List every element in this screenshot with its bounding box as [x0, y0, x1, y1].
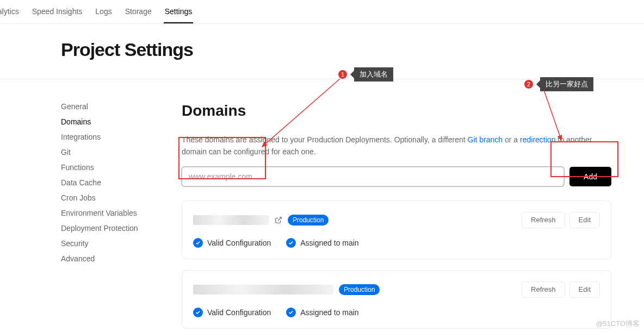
- domain-card: Production Refresh Edit Valid Configurat…: [182, 201, 611, 259]
- page-title-section: Project Settings: [0, 24, 644, 79]
- main-panel: Domains These domains are assigned to yo…: [182, 102, 611, 332]
- link-git-branch[interactable]: Git branch: [468, 135, 503, 144]
- sidebar-item-advanced[interactable]: Advanced: [61, 254, 182, 263]
- callout-number-icon: 2: [524, 80, 533, 89]
- domain-input[interactable]: [182, 167, 564, 186]
- sidebar-item-general[interactable]: General: [61, 102, 182, 111]
- card-header: Production Refresh Edit: [193, 212, 600, 228]
- domain-name-redacted: [193, 215, 269, 225]
- desc-prefix: These domains are assigned to your Produ…: [182, 135, 468, 144]
- add-button[interactable]: Add: [569, 167, 611, 186]
- check-label: Assigned to main: [300, 239, 358, 247]
- sidebar-item-data-cache[interactable]: Data Cache: [61, 178, 182, 187]
- check-assigned-main: Assigned to main: [286, 308, 358, 317]
- sidebar-item-git[interactable]: Git: [61, 148, 182, 156]
- production-badge: Production: [339, 284, 380, 295]
- sidebar-item-functions[interactable]: Functions: [61, 163, 182, 172]
- domains-description: These domains are assigned to your Produ…: [182, 134, 611, 158]
- add-domain-row: Add: [182, 167, 611, 186]
- tab-settings[interactable]: Settings: [164, 0, 194, 23]
- check-icon: [286, 238, 296, 248]
- edit-button[interactable]: Edit: [569, 281, 600, 298]
- check-icon: [193, 238, 203, 248]
- tab-logs[interactable]: Logs: [94, 0, 113, 23]
- domain-name-area: Production: [193, 215, 329, 225]
- section-title-domains: Domains: [182, 102, 611, 120]
- sidebar-item-cron-jobs[interactable]: Cron Jobs: [61, 193, 182, 202]
- check-valid-config: Valid Configuration: [193, 238, 271, 248]
- domain-checks: Valid Configuration Assigned to main: [193, 238, 600, 248]
- top-nav-tabs: nalytics Speed Insights Logs Storage Set…: [0, 0, 644, 24]
- domain-card: Production Refresh Edit Valid Configurat…: [182, 270, 611, 329]
- sidebar-item-integrations[interactable]: Integrations: [61, 133, 182, 141]
- callout-label: 加入域名: [354, 67, 393, 82]
- watermark: @51CTO博客: [596, 319, 640, 329]
- card-header: Production Refresh Edit: [193, 281, 600, 298]
- card-actions: Refresh Edit: [522, 281, 600, 298]
- svg-line-0: [278, 217, 281, 221]
- domain-name-redacted: [193, 285, 333, 295]
- tab-storage[interactable]: Storage: [124, 0, 153, 23]
- check-label: Valid Configuration: [207, 308, 271, 317]
- sidebar-item-security[interactable]: Security: [61, 239, 182, 248]
- domain-checks: Valid Configuration Assigned to main: [193, 308, 600, 317]
- check-assigned-main: Assigned to main: [286, 238, 358, 248]
- annotation-callout-1: 1 加入域名: [338, 67, 393, 82]
- check-valid-config: Valid Configuration: [193, 308, 271, 317]
- callout-caret-icon: [536, 80, 540, 88]
- sidebar-item-env-vars[interactable]: Environment Variables: [61, 209, 182, 217]
- sidebar-item-deployment-protection[interactable]: Deployment Protection: [61, 224, 182, 233]
- tab-speed-insights[interactable]: Speed Insights: [31, 0, 84, 23]
- callout-caret-icon: [350, 71, 354, 78]
- annotation-callout-2: 2 比另一家好点: [524, 77, 593, 91]
- link-redirection[interactable]: redirection: [520, 135, 555, 144]
- check-label: Assigned to main: [300, 308, 358, 317]
- edit-button[interactable]: Edit: [569, 212, 600, 228]
- sidebar-item-domains[interactable]: Domains: [61, 117, 182, 126]
- callout-label: 比另一家好点: [540, 77, 593, 91]
- refresh-button[interactable]: Refresh: [522, 281, 565, 298]
- check-label: Valid Configuration: [207, 239, 271, 247]
- check-icon: [286, 308, 296, 317]
- desc-mid: or a: [503, 135, 520, 144]
- callout-number-icon: 1: [338, 70, 347, 79]
- tab-analytics[interactable]: nalytics: [0, 0, 20, 23]
- external-link-icon[interactable]: [275, 216, 282, 224]
- production-badge: Production: [288, 215, 329, 225]
- domain-name-area: Production: [193, 284, 380, 295]
- content: General Domains Integrations Git Functio…: [0, 79, 644, 332]
- check-icon: [193, 308, 203, 317]
- refresh-button[interactable]: Refresh: [522, 212, 565, 228]
- page-title: Project Settings: [61, 39, 644, 60]
- settings-sidebar: General Domains Integrations Git Functio…: [61, 102, 182, 332]
- card-actions: Refresh Edit: [522, 212, 600, 228]
